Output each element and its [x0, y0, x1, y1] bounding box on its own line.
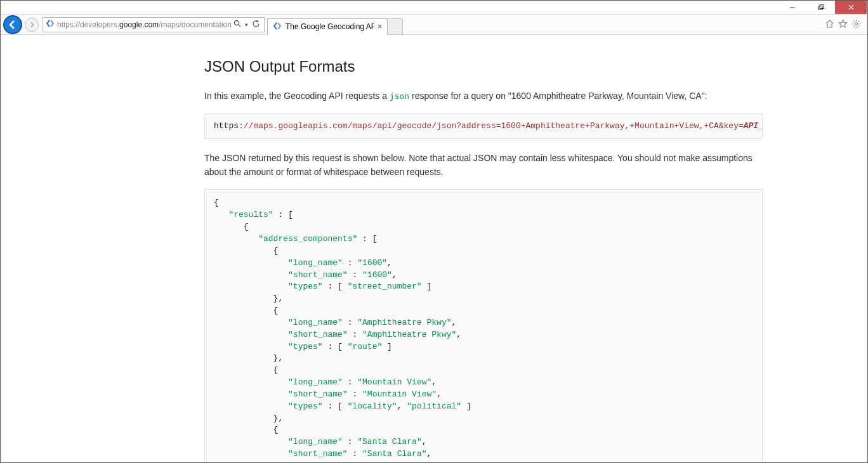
svg-line-6: [239, 25, 240, 27]
settings-icon[interactable]: [852, 19, 861, 30]
note-paragraph: The JSON returned by this request is sho…: [204, 152, 763, 179]
tab-title: The Google Geocoding API ...: [286, 22, 374, 31]
tab-close-icon[interactable]: ×: [378, 22, 382, 31]
toolbar-right-icons: [825, 19, 865, 30]
address-tools: ▾: [232, 20, 261, 30]
site-favicon-icon: [46, 19, 55, 30]
nav-back-button[interactable]: [3, 15, 22, 34]
browser-window: https://developers.google.com/maps/docum…: [0, 0, 868, 463]
svg-point-5: [235, 21, 239, 25]
json-sample-codebox: { "results" : [ { "address_components" :…: [204, 189, 763, 462]
inline-code: json: [390, 91, 409, 101]
window-close-button[interactable]: [835, 1, 867, 14]
window-titlebar: [1, 1, 867, 15]
svg-point-7: [855, 22, 858, 25]
home-icon[interactable]: [825, 19, 834, 30]
address-bar[interactable]: https://developers.google.com/maps/docum…: [43, 17, 265, 32]
svg-line-13: [858, 25, 859, 26]
svg-line-14: [858, 21, 859, 22]
browser-toolbar: https://developers.google.com/maps/docum…: [1, 15, 867, 35]
svg-rect-1: [819, 6, 822, 10]
refresh-icon[interactable]: [252, 20, 260, 30]
svg-line-12: [853, 21, 854, 22]
page-viewport[interactable]: JSON Output Formats In this example, the…: [1, 36, 867, 462]
search-icon[interactable]: [233, 20, 241, 29]
svg-line-15: [853, 25, 854, 26]
dropdown-icon[interactable]: ▾: [245, 22, 248, 28]
address-url: https://developers.google.com/maps/docum…: [57, 20, 232, 29]
section-heading: JSON Output Formats: [204, 55, 763, 78]
favorites-icon[interactable]: [838, 19, 848, 30]
window-maximize-button[interactable]: [806, 1, 835, 14]
request-url-codebox: https://maps.googleapis.com/maps/api/geo…: [204, 114, 763, 139]
svg-rect-2: [820, 4, 824, 8]
nav-forward-button[interactable]: [25, 18, 39, 32]
new-tab-button[interactable]: [388, 18, 403, 35]
window-minimize-button[interactable]: [778, 1, 806, 14]
browser-tab[interactable]: The Google Geocoding API ... ×: [267, 18, 388, 35]
intro-paragraph: In this example, the Geocoding API reque…: [204, 89, 763, 103]
tab-strip: The Google Geocoding API ... ×: [267, 15, 403, 34]
tab-favicon-icon: [273, 22, 282, 32]
page-content: JSON Output Formats In this example, the…: [204, 36, 763, 462]
